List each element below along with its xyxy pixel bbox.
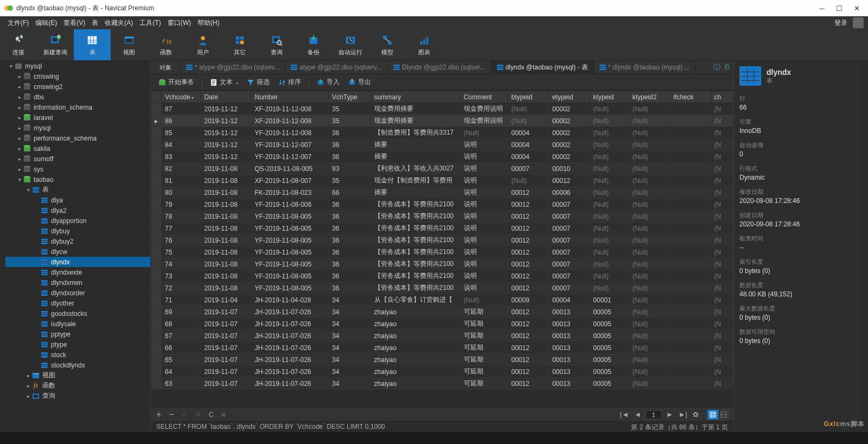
- cell[interactable]: 36: [329, 151, 371, 163]
- cell[interactable]: 64: [162, 366, 201, 378]
- minimize-button[interactable]: ─: [818, 4, 826, 12]
- cell[interactable]: 66: [162, 342, 201, 354]
- cell[interactable]: 76: [162, 234, 201, 246]
- cell[interactable]: 2019-11-12: [201, 127, 251, 139]
- tree-item-dlybuy2[interactable]: dlybuy2: [5, 236, 150, 246]
- tree-item-information_schema[interactable]: ▸information_schema: [5, 102, 150, 112]
- cell[interactable]: 从【良心零食】订货购进【: [371, 294, 460, 306]
- cell[interactable]: (Null): [590, 175, 629, 187]
- tree-item-stockdlyndx[interactable]: stockdlyndx: [5, 360, 150, 370]
- cell[interactable]: JH-2019-11-07-026: [251, 354, 329, 366]
- cell[interactable]: (Null): [629, 378, 669, 390]
- cell[interactable]: [670, 282, 711, 294]
- cell[interactable]: (Null): [629, 366, 669, 378]
- cell[interactable]: 2019-11-07: [201, 366, 251, 378]
- ribbon-auto[interactable]: 自动运行: [332, 29, 369, 60]
- tree-item-dlya[interactable]: dlya: [5, 195, 150, 205]
- cell[interactable]: (Null): [629, 270, 669, 282]
- cell[interactable]: (Null): [590, 211, 629, 223]
- cell[interactable]: (Null): [629, 223, 669, 234]
- cell[interactable]: (Null): [629, 199, 669, 211]
- cell[interactable]: 00007: [548, 258, 589, 270]
- cell[interactable]: [670, 246, 711, 258]
- table-row[interactable]: 762019-11-08YF-2019-11-08-00536【劳务成本】等费用…: [151, 234, 733, 246]
- cell[interactable]: [670, 378, 711, 390]
- cell[interactable]: 00012: [508, 378, 548, 390]
- cell[interactable]: 摘要: [371, 139, 460, 151]
- table-row[interactable]: 832019-11-12YF-2019-11-12-00736摘要说明00004…: [151, 151, 733, 163]
- column-header[interactable]: Comment: [460, 91, 508, 103]
- tree-item-performance_schema[interactable]: ▸performance_schema: [5, 133, 150, 143]
- ribbon-fx[interactable]: f(x)函数: [148, 29, 184, 60]
- ribbon-query[interactable]: 查询: [258, 29, 295, 60]
- tree-item-stock[interactable]: stock: [5, 350, 150, 360]
- cell[interactable]: zhaiyao: [371, 366, 460, 378]
- menu-item[interactable]: 工具(T): [136, 17, 164, 29]
- cell[interactable]: 36: [329, 139, 371, 151]
- data-grid[interactable]: VchcodeDateNumberVchTypesummaryCommentbt…: [151, 91, 733, 407]
- cell[interactable]: 00013: [548, 318, 589, 330]
- tree-item-mysql[interactable]: ▾mysql: [5, 61, 150, 71]
- cell[interactable]: 00004: [508, 127, 548, 139]
- cell[interactable]: (Null): [629, 354, 669, 366]
- cell[interactable]: JH-2019-11-07-026: [251, 342, 329, 354]
- cell[interactable]: 34: [329, 378, 371, 390]
- tab[interactable]: atype @gjp22.dbo (sqlserv...: [285, 61, 388, 74]
- cell[interactable]: (N: [711, 175, 733, 187]
- cell[interactable]: (Null): [629, 234, 669, 246]
- cell[interactable]: (Null): [629, 127, 669, 139]
- tree-item-dlybuy[interactable]: dlybuy: [5, 226, 150, 236]
- cell[interactable]: (Null): [629, 211, 669, 223]
- cell[interactable]: 83: [162, 151, 201, 163]
- cell[interactable]: 36: [329, 211, 371, 223]
- cell[interactable]: XF-2019-11-12-008: [251, 103, 329, 115]
- cell[interactable]: FK-2019-11-08-023: [251, 187, 329, 199]
- cell[interactable]: (N: [711, 342, 733, 354]
- cell[interactable]: [670, 234, 711, 246]
- menu-item[interactable]: 帮助(H): [194, 17, 223, 29]
- cell[interactable]: 00012: [508, 342, 548, 354]
- cell[interactable]: 65: [162, 354, 201, 366]
- cell[interactable]: 【劳务成本】等费用共2100: [371, 223, 460, 234]
- cell[interactable]: 2019-11-08: [201, 270, 251, 282]
- cell[interactable]: 74: [162, 258, 201, 270]
- cell[interactable]: 现金费用摘要: [371, 115, 460, 127]
- cell[interactable]: (N: [711, 103, 733, 115]
- cell[interactable]: 00012: [508, 270, 548, 282]
- table-row[interactable]: 782019-11-08YF-2019-11-08-00536【劳务成本】等费用…: [151, 211, 733, 223]
- cell[interactable]: [670, 139, 711, 151]
- table-row[interactable]: 682019-11-07JH-2019-11-07-02634zhaiyao可延…: [151, 318, 733, 330]
- cell[interactable]: 2019-11-08: [201, 211, 251, 223]
- cell[interactable]: 87: [162, 103, 201, 115]
- tree-item-taobao[interactable]: ▾taobao: [5, 174, 150, 185]
- cell[interactable]: 00012: [508, 318, 548, 330]
- cell[interactable]: 00004: [508, 151, 548, 163]
- cell[interactable]: 86: [162, 115, 201, 127]
- cell[interactable]: (N: [711, 306, 733, 318]
- cell[interactable]: 36: [329, 270, 371, 282]
- cell[interactable]: 00005: [590, 366, 629, 378]
- cell[interactable]: (Null): [629, 151, 669, 163]
- prev-page-button[interactable]: ◄: [633, 409, 642, 420]
- cell[interactable]: 现金费用说明: [460, 115, 508, 127]
- cell[interactable]: 00007: [548, 270, 589, 282]
- cell[interactable]: [670, 258, 711, 270]
- cell[interactable]: (N: [711, 234, 733, 246]
- cell[interactable]: [670, 199, 711, 211]
- cell[interactable]: JH-2019-11-04-028: [251, 294, 329, 306]
- cell[interactable]: 说明: [460, 187, 508, 199]
- cell[interactable]: 00001: [590, 294, 629, 306]
- menu-item[interactable]: 表: [88, 17, 101, 29]
- table-row[interactable]: 632019-11-07JH-2019-11-07-02634zhaiyao可延…: [151, 378, 733, 390]
- cell[interactable]: 2019-11-08: [201, 187, 251, 199]
- ribbon-table[interactable]: 表: [74, 29, 111, 60]
- cell[interactable]: (N: [711, 139, 733, 151]
- cell[interactable]: 00005: [590, 306, 629, 318]
- cell[interactable]: 00002: [548, 103, 589, 115]
- cell[interactable]: (Null): [590, 270, 629, 282]
- tree-item-视图[interactable]: ▸视图: [5, 370, 150, 380]
- login-button[interactable]: 登录: [831, 17, 851, 29]
- cell[interactable]: 00007: [508, 163, 548, 175]
- tab[interactable]: Dlyndx @gjp22.dbo (sqlser...: [388, 61, 492, 74]
- cell[interactable]: 68: [162, 318, 201, 330]
